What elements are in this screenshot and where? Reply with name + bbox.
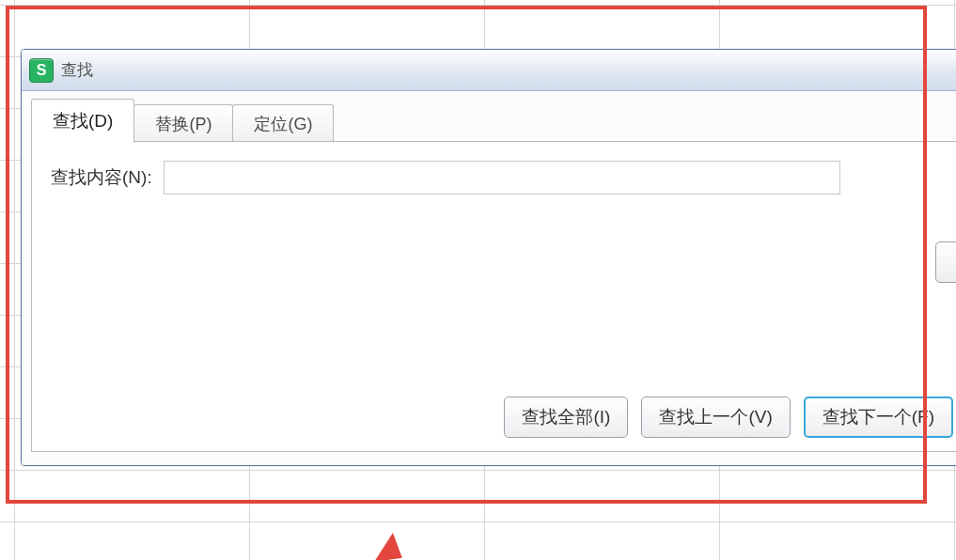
annotation-red-arrow — [370, 532, 402, 560]
tab-replace[interactable]: 替换(P) — [133, 104, 233, 142]
find-content-label: 查找内容(N): — [51, 165, 152, 190]
app-icon: S — [29, 58, 54, 83]
dialog-title: 查找 — [61, 59, 93, 81]
tabstrip: 查找(D) 替换(P) 定位(G) — [31, 99, 950, 142]
dialog-button-row: 查找全部(I) 查找上一个(V) 查找下一个(F) 关 — [32, 397, 956, 438]
tab-goto[interactable]: 定位(G) — [232, 104, 334, 142]
tab-find[interactable]: 查找(D) — [31, 99, 134, 143]
find-dialog: S 查找 查找(D) 替换(P) 定位(G) 查找内容(N): 选项(T 查找全… — [21, 49, 956, 466]
options-button[interactable]: 选项(T — [935, 241, 956, 283]
find-content-input[interactable] — [164, 161, 840, 194]
dialog-client-area: 查找(D) 替换(P) 定位(G) 查找内容(N): 选项(T 查找全部(I) … — [22, 91, 956, 465]
find-content-row: 查找内容(N): — [51, 161, 956, 194]
find-prev-button[interactable]: 查找上一个(V) — [641, 397, 790, 438]
find-all-button[interactable]: 查找全部(I) — [504, 397, 628, 438]
dialog-titlebar[interactable]: S 查找 — [22, 50, 956, 91]
find-next-button[interactable]: 查找下一个(F) — [804, 397, 953, 438]
tabpage-find: 查找内容(N): 选项(T 查找全部(I) 查找上一个(V) 查找下一个(F) … — [31, 142, 956, 452]
